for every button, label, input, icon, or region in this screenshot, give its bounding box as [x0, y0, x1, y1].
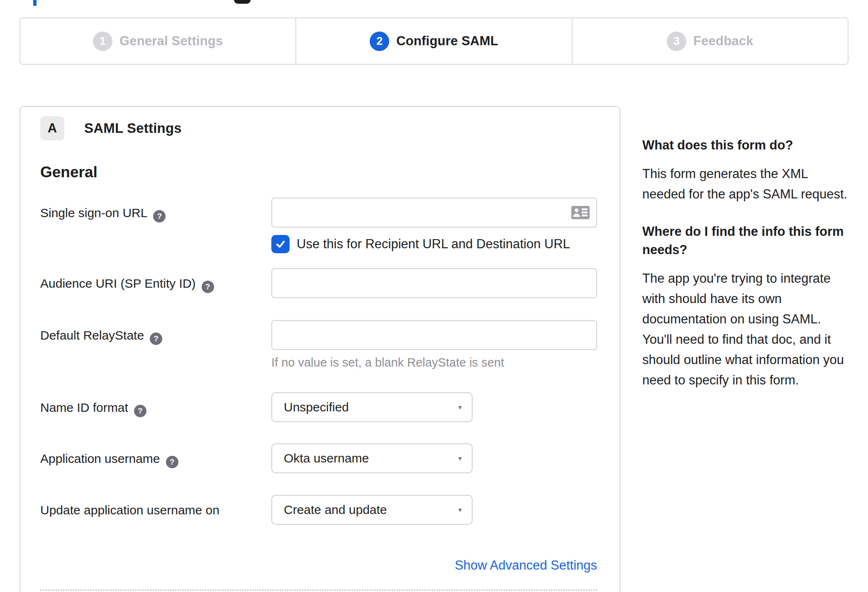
form-rows: Single sign-on URL? — [40, 198, 595, 525]
section-title: SAML Settings — [84, 120, 182, 136]
appuser-label: Application username — [40, 452, 160, 465]
step-1-number: 1 — [93, 32, 112, 51]
checkmark-icon — [274, 238, 287, 250]
step-configure-saml[interactable]: 2 Configure SAML — [295, 18, 571, 64]
section-divider — [40, 590, 597, 591]
step-3-number: 3 — [667, 32, 686, 51]
chevron-down-icon: ▾ — [458, 455, 462, 462]
general-heading: General — [40, 164, 595, 181]
help-question-2: Where do I find the info this form needs… — [642, 223, 852, 259]
clipped-app-logo-icon — [234, 0, 251, 4]
row-audience-uri: Audience URI (SP Entity ID)? — [40, 268, 595, 298]
help-question-1: What does this form do? — [642, 136, 852, 154]
advanced-settings-row: Show Advanced Settings — [40, 558, 597, 573]
help-answer-2: The app you're trying to integrate with … — [642, 268, 852, 390]
appuser-field: Okta username ▾ — [271, 443, 595, 473]
default-relaystate-input[interactable] — [271, 320, 597, 350]
step-1-label: General Settings — [119, 34, 223, 49]
step-feedback[interactable]: 3 Feedback — [572, 18, 848, 64]
application-username-value: Okta username — [284, 451, 369, 465]
audience-help-icon[interactable]: ? — [202, 281, 214, 293]
nameid-label: Name ID format — [40, 401, 128, 414]
application-username-select[interactable]: Okta username ▾ — [271, 443, 473, 473]
appuser-label-wrap: Application username? — [40, 443, 271, 473]
help-answer-1: This form generates the XML needed for t… — [642, 164, 852, 204]
row-update-application-username: Update application username on Create an… — [40, 495, 595, 525]
nameid-help-icon[interactable]: ? — [134, 405, 146, 417]
relay-label: Default RelayState — [40, 328, 144, 342]
sso-label: Single sign-on URL — [40, 206, 147, 220]
row-single-sign-on-url: Single sign-on URL? — [40, 198, 595, 253]
step-2-label: Configure SAML — [396, 34, 498, 49]
sso-url-input[interactable] — [271, 198, 597, 228]
step-3-label: Feedback — [693, 34, 753, 49]
sso-checkbox-row: Use this for Recipient URL and Destinati… — [271, 235, 597, 253]
relay-help-icon[interactable]: ? — [150, 333, 162, 345]
update-username-value: Create and update — [284, 503, 387, 517]
name-id-format-value: Unspecified — [284, 400, 349, 414]
audience-field — [271, 268, 597, 298]
name-id-format-select[interactable]: Unspecified ▾ — [271, 392, 473, 422]
relaystate-hint: If no value is set, a blank RelayState i… — [271, 356, 597, 369]
saml-settings-panel: A SAML Settings General Single sign-on U… — [20, 106, 620, 592]
help-sidebar: What does this form do? This form genera… — [642, 136, 852, 390]
recipient-url-checkbox[interactable] — [271, 235, 290, 253]
chevron-down-icon: ▾ — [458, 404, 462, 411]
step-2-number: 2 — [370, 32, 389, 51]
recipient-url-checkbox-label[interactable]: Use this for Recipient URL and Destinati… — [297, 237, 570, 252]
panel-header: A SAML Settings — [40, 116, 595, 140]
row-name-id-format: Name ID format? Unspecified ▾ — [40, 392, 595, 422]
sso-help-icon[interactable]: ? — [153, 210, 166, 223]
row-default-relaystate: Default RelayState? If no value is set, … — [40, 320, 595, 369]
audience-label: Audience URI (SP Entity ID) — [40, 276, 196, 290]
wizard-stepper: 1 General Settings 2 Configure SAML 3 Fe… — [20, 17, 848, 65]
relay-field: If no value is set, a blank RelayState i… — [271, 320, 597, 369]
show-advanced-settings-link[interactable]: Show Advanced Settings — [455, 558, 597, 572]
relay-label-wrap: Default RelayState? — [40, 320, 271, 369]
nameid-label-wrap: Name ID format? — [40, 392, 271, 422]
appuser-help-icon[interactable]: ? — [166, 456, 178, 468]
audience-label-wrap: Audience URI (SP Entity ID)? — [40, 268, 271, 298]
clipped-blue-accent — [33, 0, 37, 6]
row-application-username: Application username? Okta username ▾ — [40, 443, 595, 473]
nameid-field: Unspecified ▾ — [271, 392, 595, 422]
audience-uri-input[interactable] — [271, 268, 597, 298]
sso-field: Use this for Recipient URL and Destinati… — [271, 198, 597, 253]
updateuser-label-wrap: Update application username on — [40, 495, 271, 525]
updateuser-field: Create and update ▾ — [271, 495, 595, 525]
chevron-down-icon: ▾ — [458, 506, 462, 514]
update-username-select[interactable]: Create and update ▾ — [271, 495, 473, 525]
sso-input-wrap — [271, 198, 597, 228]
updateuser-label: Update application username on — [40, 503, 219, 517]
section-a-badge: A — [40, 116, 64, 140]
step-general-settings[interactable]: 1 General Settings — [20, 18, 295, 64]
sso-label-wrap: Single sign-on URL? — [40, 198, 271, 253]
